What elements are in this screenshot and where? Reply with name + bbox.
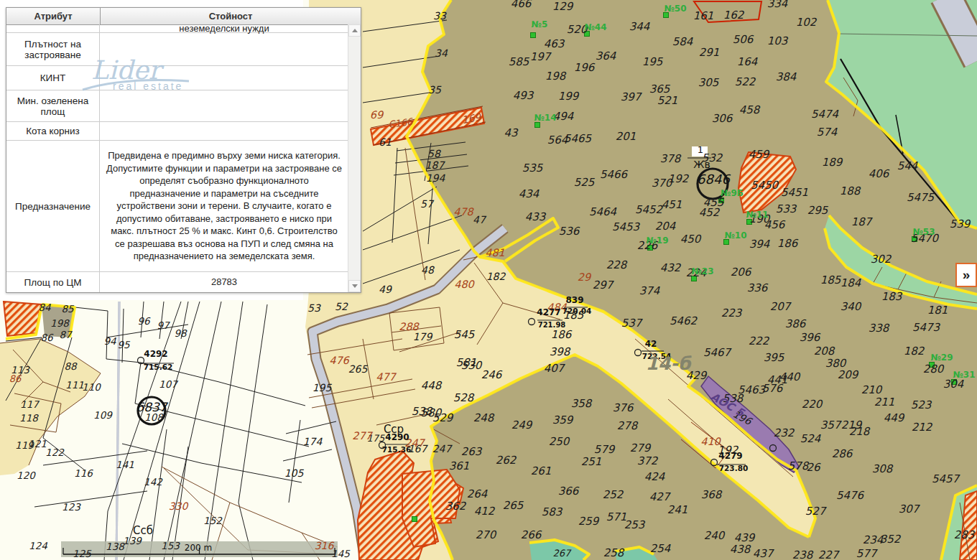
- map-label: 94: [103, 335, 116, 347]
- map-label: 545: [454, 328, 476, 341]
- map-label: 201: [616, 130, 636, 143]
- map-label: 182: [904, 345, 925, 358]
- map-label: 120: [17, 470, 36, 481]
- map-label: 366: [558, 485, 580, 498]
- map-label: 398: [550, 345, 571, 358]
- scroll-up-icon[interactable]: [348, 24, 361, 37]
- map-label: 839: [565, 295, 583, 305]
- map-label: 533: [776, 202, 797, 215]
- map-label: 539: [950, 218, 971, 230]
- map-label: 53: [307, 302, 321, 314]
- map-label: 5475: [907, 191, 935, 204]
- map-label: 122: [45, 447, 65, 458]
- map-label: 218: [849, 425, 871, 438]
- attribute-row[interactable]: ПредназначениеПредвидена е предимно върх…: [6, 141, 348, 272]
- map-label: 116: [74, 467, 93, 479]
- map-label: 182: [486, 271, 506, 282]
- expand-panel-button[interactable]: »: [955, 263, 977, 287]
- map-label: 6837: [136, 400, 168, 414]
- map-label: 189: [822, 156, 843, 169]
- map-label: 5467: [703, 346, 732, 359]
- map-label: 720.04: [562, 307, 592, 315]
- map-label: 121: [28, 438, 47, 449]
- attribute-label: КИНТ: [6, 66, 100, 90]
- map-label: 105: [284, 467, 305, 479]
- map-label: 459: [749, 148, 770, 161]
- map-label: 125: [73, 548, 92, 559]
- map-label: 253: [624, 518, 646, 531]
- map-label: 410: [700, 436, 721, 447]
- map-label: 306: [712, 112, 733, 125]
- map-label: 368: [701, 488, 723, 501]
- attribute-label: Площ по ЦМ: [6, 272, 100, 292]
- map-label: 521: [657, 94, 678, 107]
- gis-app-window: 4661293443341611621025204635845061032915…: [0, 0, 977, 560]
- map-label: 103: [767, 34, 789, 47]
- map-label: 220: [802, 398, 823, 411]
- map-label: 248: [473, 411, 495, 424]
- attribute-panel: Атрибут Стойност неземеделски нуждиПлътн…: [6, 7, 361, 293]
- map-label: 43: [504, 126, 519, 139]
- map-label: 583: [542, 505, 563, 518]
- map-label: 5453: [612, 220, 641, 233]
- map-label: Сср: [384, 423, 404, 436]
- attribute-label: Мин. озеленена площ: [6, 90, 100, 121]
- map-label: 535: [522, 162, 544, 174]
- map-label: 49: [379, 284, 392, 295]
- map-label: 584: [672, 35, 693, 48]
- map-label: 5450: [751, 179, 779, 192]
- map-label: 5476: [836, 489, 865, 502]
- column-header-attribute: Атрибут: [6, 8, 101, 24]
- attribute-row[interactable]: Плътност на застрояване: [6, 33, 348, 66]
- map-label: 88: [64, 360, 78, 372]
- map-label: 102: [796, 16, 818, 29]
- map-label: 396: [800, 331, 821, 344]
- map-label: 247: [432, 443, 453, 454]
- map-label: 527: [805, 505, 827, 518]
- map-label: 5451: [781, 186, 808, 199]
- map-label: 181: [927, 304, 948, 317]
- map-label: 5457: [932, 472, 960, 485]
- map-label: 458: [739, 103, 761, 116]
- map-label: 359: [552, 414, 574, 426]
- map-label: 153: [161, 540, 180, 551]
- scroll-down-icon[interactable]: [348, 280, 361, 292]
- map-label: 537: [621, 317, 643, 330]
- map-label: 145: [331, 548, 351, 559]
- green-point-marker-icon[interactable]: [412, 517, 417, 522]
- panel-scrollbar[interactable]: [348, 24, 361, 292]
- map-label: 278: [617, 419, 639, 432]
- map-label: 204: [655, 220, 676, 233]
- map-label: 286: [832, 447, 853, 460]
- map-label: 449: [884, 411, 905, 424]
- map-label: 33: [433, 10, 447, 22]
- map-label: №19: [646, 235, 668, 246]
- map-label: Жв: [693, 159, 710, 170]
- green-point-marker-icon[interactable]: [535, 123, 540, 128]
- map-label: 577: [856, 547, 878, 560]
- map-label: 238: [792, 549, 814, 560]
- map-label: 357: [820, 419, 842, 431]
- map-label: 123: [62, 501, 81, 513]
- map-label: 280: [923, 363, 945, 375]
- map-label: 374: [639, 284, 660, 297]
- attribute-row[interactable]: неземеделски нужди: [6, 24, 348, 33]
- map-label: 316: [315, 540, 335, 551]
- attribute-row[interactable]: Кота корниз: [6, 122, 348, 141]
- map-label: 198: [545, 70, 567, 83]
- map-label: №5: [532, 19, 548, 29]
- map-label: 361: [449, 459, 470, 472]
- map-label: 334: [767, 0, 788, 10]
- map-label: №9Б: [721, 188, 744, 198]
- map-label: 162: [723, 9, 745, 22]
- attribute-label: [6, 24, 100, 32]
- map-label: 252: [603, 488, 624, 501]
- map-label: 249: [511, 419, 533, 431]
- map-label: 506: [733, 33, 754, 46]
- attribute-row[interactable]: Мин. озеленена площ: [6, 90, 348, 122]
- map-label: 232: [774, 426, 795, 439]
- attribute-row[interactable]: КИНТ: [6, 66, 348, 90]
- map-label: 184: [841, 276, 861, 289]
- attribute-row[interactable]: Площ по ЦМ28783: [6, 272, 348, 292]
- green-point-marker-icon[interactable]: [531, 33, 536, 38]
